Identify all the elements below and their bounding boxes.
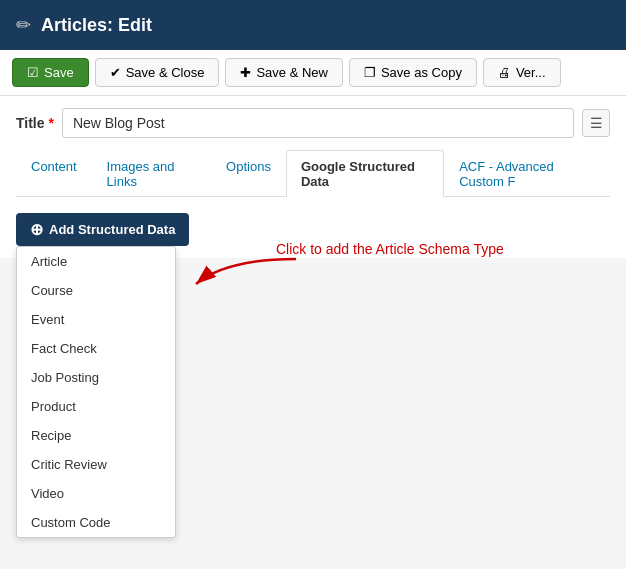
tab-images[interactable]: Images and Links bbox=[92, 150, 212, 197]
save-new-button[interactable]: ✚ Save & New bbox=[225, 58, 343, 87]
save-button[interactable]: ☑ Save bbox=[12, 58, 89, 87]
tab-acf[interactable]: ACF - Advanced Custom F bbox=[444, 150, 610, 197]
annotation-arrow-container: Click to add the Article Schema Type bbox=[186, 249, 306, 302]
page-header: ✏ Articles: Edit bbox=[0, 0, 626, 50]
page-title: Articles: Edit bbox=[41, 15, 152, 36]
save-icon: ☑ bbox=[27, 65, 39, 80]
title-input[interactable] bbox=[62, 108, 574, 138]
structured-data-section: ⊕ Add Structured Data Article Course Eve… bbox=[16, 213, 610, 246]
title-label: Title * bbox=[16, 115, 54, 131]
add-structured-data-container: ⊕ Add Structured Data Article Course Eve… bbox=[16, 213, 189, 246]
copy-icon: ❐ bbox=[364, 65, 376, 80]
dropdown-item-video[interactable]: Video bbox=[17, 479, 175, 508]
plus-icon: ✚ bbox=[240, 65, 251, 80]
save-label: Save bbox=[44, 65, 74, 80]
add-structured-data-button[interactable]: ⊕ Add Structured Data bbox=[16, 213, 189, 246]
dropdown-item-article[interactable]: Article bbox=[17, 247, 175, 276]
title-row: Title * ☰ bbox=[16, 108, 610, 138]
save-copy-button[interactable]: ❐ Save as Copy bbox=[349, 58, 477, 87]
dropdown-item-product[interactable]: Product bbox=[17, 392, 175, 421]
dropdown-item-critic-review[interactable]: Critic Review bbox=[17, 450, 175, 479]
toolbar: ☑ Save ✔ Save & Close ✚ Save & New ❐ Sav… bbox=[0, 50, 626, 96]
required-marker: * bbox=[48, 115, 53, 131]
tabs-bar: Content Images and Links Options Google … bbox=[16, 150, 610, 197]
version-button[interactable]: 🖨 Ver... bbox=[483, 58, 561, 87]
save-copy-label: Save as Copy bbox=[381, 65, 462, 80]
dropdown-item-event[interactable]: Event bbox=[17, 305, 175, 334]
check-icon: ✔ bbox=[110, 65, 121, 80]
add-button-label: Add Structured Data bbox=[49, 222, 175, 237]
dropdown-item-custom-code[interactable]: Custom Code bbox=[17, 508, 175, 537]
dropdown-item-recipe[interactable]: Recipe bbox=[17, 421, 175, 450]
title-toggle-icon[interactable]: ☰ bbox=[582, 109, 610, 137]
dropdown-menu: Article Course Event Fact Check Job Post… bbox=[16, 246, 176, 538]
printer-icon: 🖨 bbox=[498, 65, 511, 80]
version-label: Ver... bbox=[516, 65, 546, 80]
annotation-text: Click to add the Article Schema Type bbox=[276, 241, 536, 257]
tab-structured-data[interactable]: Google Structured Data bbox=[286, 150, 444, 197]
edit-icon: ✏ bbox=[16, 14, 31, 36]
dropdown-item-course[interactable]: Course bbox=[17, 276, 175, 305]
tab-content[interactable]: Content bbox=[16, 150, 92, 197]
add-circle-icon: ⊕ bbox=[30, 220, 43, 239]
content-area: Title * ☰ Content Images and Links Optio… bbox=[0, 96, 626, 258]
save-new-label: Save & New bbox=[256, 65, 328, 80]
tab-options[interactable]: Options bbox=[211, 150, 286, 197]
dropdown-item-fact-check[interactable]: Fact Check bbox=[17, 334, 175, 363]
dropdown-item-job-posting[interactable]: Job Posting bbox=[17, 363, 175, 392]
save-close-button[interactable]: ✔ Save & Close bbox=[95, 58, 220, 87]
save-close-label: Save & Close bbox=[126, 65, 205, 80]
